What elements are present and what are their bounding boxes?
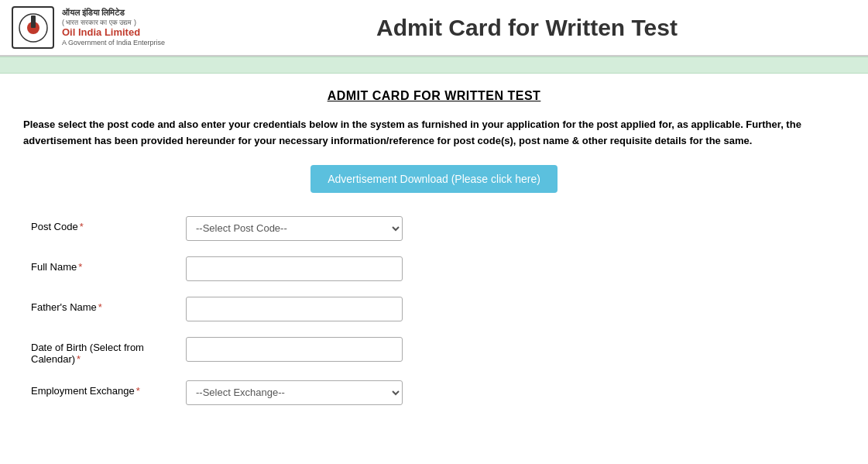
dob-row: Date of Birth (Select from Calendar)* bbox=[31, 337, 837, 365]
logo-english-text: Oil India Limited bbox=[62, 26, 165, 39]
employment-exchange-required: * bbox=[136, 385, 140, 397]
advertisement-download-button[interactable]: Advertisement Download (Please click her… bbox=[310, 165, 558, 193]
page-header: ऑयल इंडिया लिमिटेड ( भारत सरकार का एक उद… bbox=[0, 0, 868, 57]
description-text: Please select the post code and also ent… bbox=[23, 117, 845, 150]
dob-label: Date of Birth (Select from Calendar)* bbox=[31, 337, 186, 365]
main-content: ADMIT CARD FOR WRITTEN TEST Please selec… bbox=[0, 74, 868, 436]
full-name-label: Full Name* bbox=[31, 256, 186, 273]
dob-input[interactable] bbox=[186, 337, 403, 362]
fathers-name-required: * bbox=[98, 301, 102, 313]
logo-subtitle: A Government of India Enterprise bbox=[62, 39, 165, 47]
section-title: ADMIT CARD FOR WRITTEN TEST bbox=[23, 89, 845, 103]
form-section: Post Code* --Select Post Code-- Full Nam… bbox=[23, 216, 845, 405]
fathers-name-input[interactable] bbox=[186, 297, 403, 321]
full-name-row: Full Name* bbox=[31, 256, 837, 281]
post-code-required: * bbox=[80, 221, 84, 232]
employment-exchange-row: Employment Exchange* --Select Exchange-- bbox=[31, 380, 837, 405]
full-name-required: * bbox=[78, 261, 82, 273]
post-code-row: Post Code* --Select Post Code-- bbox=[31, 216, 837, 241]
green-banner bbox=[0, 57, 868, 74]
logo-text: ऑयल इंडिया लिमिटेड ( भारत सरकार का एक उद… bbox=[62, 8, 165, 46]
employment-exchange-label: Employment Exchange* bbox=[31, 380, 186, 397]
full-name-input[interactable] bbox=[186, 256, 403, 281]
svg-rect-2 bbox=[31, 15, 36, 28]
fathers-name-row: Father's Name* bbox=[31, 297, 837, 321]
fathers-name-label: Father's Name* bbox=[31, 297, 186, 313]
employment-exchange-select[interactable]: --Select Exchange-- bbox=[186, 380, 403, 405]
dob-required: * bbox=[77, 353, 81, 365]
logo-container: ऑयल इंडिया लिमिटेड ( भारत सरकार का एक उद… bbox=[12, 6, 182, 49]
logo-hindi-text: ऑयल इंडिया लिमिटेड bbox=[62, 8, 165, 18]
logo-hindi-sub: ( भारत सरकार का एक उद्यम ) bbox=[62, 19, 165, 27]
page-title: Admit Card for Written Test bbox=[182, 15, 856, 41]
logo-icon bbox=[12, 6, 54, 49]
post-code-label: Post Code* bbox=[31, 216, 186, 232]
post-code-select[interactable]: --Select Post Code-- bbox=[186, 216, 403, 241]
